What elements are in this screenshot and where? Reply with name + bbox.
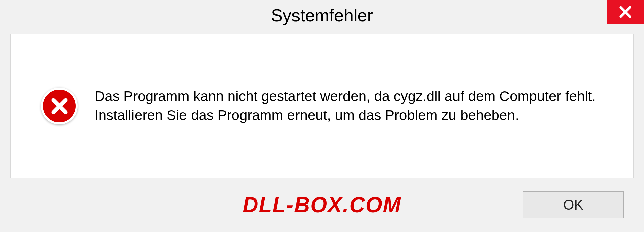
error-message: Das Programm kann nicht gestartet werden… [95, 87, 613, 125]
dialog-footer: DLL-BOX.COM OK [0, 178, 644, 232]
ok-button[interactable]: OK [523, 191, 624, 218]
error-dialog: Systemfehler Das Programm kann nicht ges… [0, 0, 644, 232]
dialog-title: Systemfehler [271, 5, 373, 25]
content-panel: Das Programm kann nicht gestartet werden… [10, 34, 634, 178]
error-icon [41, 88, 78, 124]
close-icon [618, 5, 632, 19]
watermark-text: DLL-BOX.COM [243, 192, 401, 217]
titlebar: Systemfehler [0, 0, 644, 31]
close-button[interactable] [607, 0, 644, 24]
